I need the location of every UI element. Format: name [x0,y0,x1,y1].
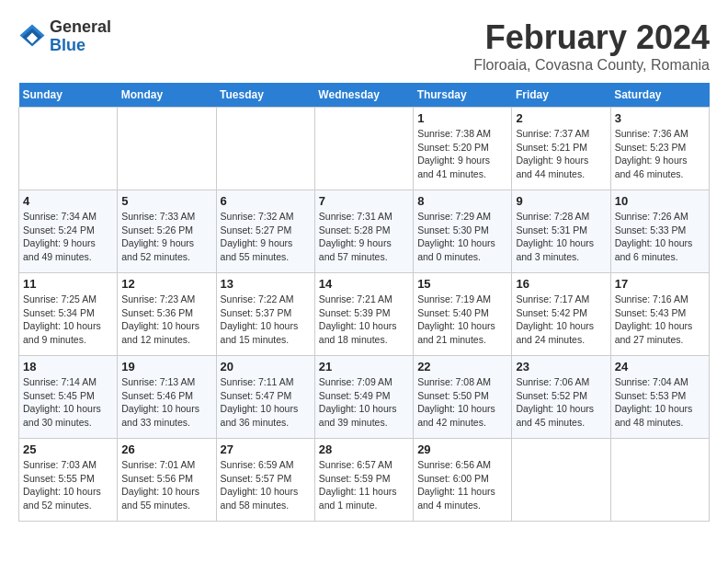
title-area: February 2024 Floroaia, Covasna County, … [473,18,710,74]
day-number: 19 [121,360,211,373]
day-info: Sunrise: 7:14 AMSunset: 5:45 PMDaylight:… [23,375,113,430]
calendar-cell: 23Sunrise: 7:06 AMSunset: 5:52 PMDayligh… [512,356,610,439]
day-info: Sunrise: 7:23 AMSunset: 5:36 PMDaylight:… [121,293,211,347]
calendar-cell: 3Sunrise: 7:36 AMSunset: 5:23 PMDaylight… [610,108,709,190]
calendar-cell: 26Sunrise: 7:01 AMSunset: 5:56 PMDayligh… [118,439,216,522]
day-info: Sunrise: 7:25 AMSunset: 5:34 PMDaylight:… [23,293,113,347]
calendar-cell [216,108,314,190]
day-number: 13 [221,277,311,291]
day-info: Sunrise: 7:36 AMSunset: 5:23 PMDaylight:… [615,127,705,181]
weekday-header-monday: Monday [118,83,216,108]
calendar-week-row: 18Sunrise: 7:14 AMSunset: 5:45 PMDayligh… [19,356,710,439]
calendar-cell: 20Sunrise: 7:11 AMSunset: 5:47 PMDayligh… [216,356,314,439]
day-number: 10 [615,194,705,208]
calendar-cell: 16Sunrise: 7:17 AMSunset: 5:42 PMDayligh… [512,273,610,356]
weekday-header-friday: Friday [512,83,610,108]
calendar-week-row: 25Sunrise: 7:03 AMSunset: 5:55 PMDayligh… [19,439,710,522]
day-info: Sunrise: 7:29 AMSunset: 5:30 PMDaylight:… [417,210,507,264]
calendar-cell [610,439,709,522]
calendar-cell: 12Sunrise: 7:23 AMSunset: 5:36 PMDayligh… [118,273,216,356]
day-number: 29 [417,442,507,456]
day-number: 9 [516,194,606,208]
day-info: Sunrise: 7:09 AMSunset: 5:49 PMDaylight:… [319,375,409,430]
day-info: Sunrise: 7:33 AMSunset: 5:26 PMDaylight:… [121,210,211,264]
calendar-cell: 19Sunrise: 7:13 AMSunset: 5:46 PMDayligh… [118,356,216,439]
logo-general-text: General [50,18,111,37]
calendar-cell: 18Sunrise: 7:14 AMSunset: 5:45 PMDayligh… [19,356,118,439]
calendar-cell: 2Sunrise: 7:37 AMSunset: 5:21 PMDaylight… [512,108,610,190]
calendar-table: SundayMondayTuesdayWednesdayThursdayFrid… [18,83,710,522]
day-info: Sunrise: 7:16 AMSunset: 5:43 PMDaylight:… [615,293,705,347]
day-number: 20 [221,360,311,373]
calendar-cell: 21Sunrise: 7:09 AMSunset: 5:49 PMDayligh… [314,356,413,439]
weekday-header-wednesday: Wednesday [314,83,413,108]
day-info: Sunrise: 7:38 AMSunset: 5:20 PMDaylight:… [417,127,507,181]
calendar-cell: 10Sunrise: 7:26 AMSunset: 5:33 PMDayligh… [610,190,709,273]
day-number: 8 [417,194,507,208]
calendar-cell: 24Sunrise: 7:04 AMSunset: 5:53 PMDayligh… [610,356,709,439]
day-info: Sunrise: 7:28 AMSunset: 5:31 PMDaylight:… [516,210,606,264]
day-number: 12 [121,277,211,291]
day-number: 4 [23,194,113,208]
calendar-cell: 4Sunrise: 7:34 AMSunset: 5:24 PMDaylight… [19,190,118,273]
calendar-cell: 11Sunrise: 7:25 AMSunset: 5:34 PMDayligh… [19,273,118,356]
calendar-cell: 25Sunrise: 7:03 AMSunset: 5:55 PMDayligh… [19,439,118,522]
calendar-cell: 15Sunrise: 7:19 AMSunset: 5:40 PMDayligh… [414,273,512,356]
calendar-cell [512,439,610,522]
day-number: 3 [615,111,705,125]
calendar-cell [19,108,118,190]
calendar-week-row: 4Sunrise: 7:34 AMSunset: 5:24 PMDaylight… [19,190,710,273]
day-number: 26 [121,442,211,456]
calendar-cell: 7Sunrise: 7:31 AMSunset: 5:28 PMDaylight… [314,190,413,273]
calendar-cell [314,108,413,190]
day-info: Sunrise: 7:21 AMSunset: 5:39 PMDaylight:… [319,293,409,347]
logo: General Blue [18,18,111,55]
day-number: 6 [221,194,311,208]
day-number: 11 [23,277,113,291]
day-info: Sunrise: 7:08 AMSunset: 5:50 PMDaylight:… [417,375,507,430]
day-info: Sunrise: 7:19 AMSunset: 5:40 PMDaylight:… [417,293,507,347]
day-info: Sunrise: 7:37 AMSunset: 5:21 PMDaylight:… [516,127,606,181]
calendar-cell: 29Sunrise: 6:56 AMSunset: 6:00 PMDayligh… [414,439,512,522]
calendar-cell: 22Sunrise: 7:08 AMSunset: 5:50 PMDayligh… [414,356,512,439]
day-info: Sunrise: 7:04 AMSunset: 5:53 PMDaylight:… [615,375,705,430]
calendar-cell: 28Sunrise: 6:57 AMSunset: 5:59 PMDayligh… [314,439,413,522]
logo-text: General Blue [50,18,111,55]
day-number: 7 [319,194,409,208]
weekday-header-saturday: Saturday [610,83,709,108]
day-number: 17 [615,277,705,291]
calendar-cell: 13Sunrise: 7:22 AMSunset: 5:37 PMDayligh… [216,273,314,356]
calendar-cell [118,108,216,190]
day-number: 14 [319,277,409,291]
day-number: 18 [23,360,113,373]
day-info: Sunrise: 7:31 AMSunset: 5:28 PMDaylight:… [319,210,409,264]
day-info: Sunrise: 7:06 AMSunset: 5:52 PMDaylight:… [516,375,606,430]
logo-blue-text: Blue [50,37,111,55]
month-title: February 2024 [473,18,710,57]
weekday-header-tuesday: Tuesday [216,83,314,108]
calendar-cell: 1Sunrise: 7:38 AMSunset: 5:20 PMDaylight… [414,108,512,190]
day-number: 25 [23,442,113,456]
day-number: 28 [319,442,409,456]
day-info: Sunrise: 6:57 AMSunset: 5:59 PMDaylight:… [319,458,409,512]
day-number: 16 [516,277,606,291]
weekday-header-sunday: Sunday [19,83,118,108]
day-info: Sunrise: 7:32 AMSunset: 5:27 PMDaylight:… [221,210,311,264]
day-number: 2 [516,111,606,125]
day-number: 24 [615,360,705,373]
day-number: 23 [516,360,606,373]
calendar-cell: 17Sunrise: 7:16 AMSunset: 5:43 PMDayligh… [610,273,709,356]
calendar-week-row: 1Sunrise: 7:38 AMSunset: 5:20 PMDaylight… [19,108,710,190]
day-info: Sunrise: 7:03 AMSunset: 5:55 PMDaylight:… [23,458,113,512]
calendar-cell: 5Sunrise: 7:33 AMSunset: 5:26 PMDaylight… [118,190,216,273]
day-info: Sunrise: 7:17 AMSunset: 5:42 PMDaylight:… [516,293,606,347]
location-title: Floroaia, Covasna County, Romania [473,57,710,74]
day-number: 5 [121,194,211,208]
day-number: 22 [417,360,507,373]
header: General Blue February 2024 Floroaia, Cov… [18,18,710,74]
calendar-cell: 9Sunrise: 7:28 AMSunset: 5:31 PMDaylight… [512,190,610,273]
day-info: Sunrise: 7:11 AMSunset: 5:47 PMDaylight:… [221,375,311,430]
day-info: Sunrise: 6:59 AMSunset: 5:57 PMDaylight:… [221,458,311,512]
day-number: 1 [417,111,507,125]
day-info: Sunrise: 7:34 AMSunset: 5:24 PMDaylight:… [23,210,113,264]
